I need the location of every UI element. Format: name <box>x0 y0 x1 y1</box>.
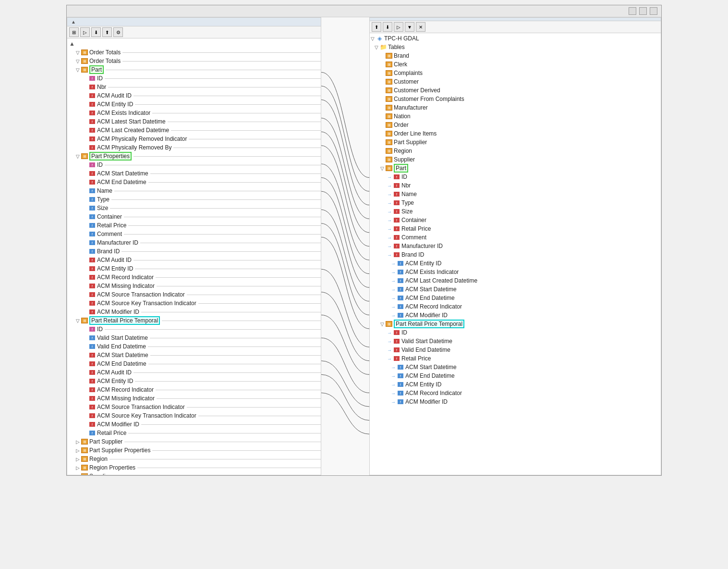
target-tree-item[interactable]: →fManufacturer ID <box>370 242 661 250</box>
close-button[interactable] <box>650 7 657 15</box>
tree-expander[interactable]: ▽ <box>75 58 81 64</box>
source-tree[interactable]: ▲▽⊞Order Totals▽⊞Order Totals▽⊞PartfIDfN… <box>67 38 321 475</box>
source-tree-item[interactable]: fACM Source Transaction Indicator <box>67 403 321 411</box>
source-tree-item[interactable]: fACM Modifier ID <box>67 308 321 316</box>
source-tree-item[interactable]: fACM Source Key Transaction Indicator <box>67 299 321 308</box>
toolbar-btn-2[interactable]: ▷ <box>80 27 90 37</box>
target-tree-item[interactable]: →fValid End Datetime <box>370 346 661 354</box>
tree-expander[interactable]: ▷ <box>75 456 81 462</box>
target-tree[interactable]: ▽◈TPC-H GDAL▽📁Tables⊞Brand⊞Clerk⊞Complai… <box>370 33 661 475</box>
target-tree-item[interactable]: ⊞Part Supplier <box>370 138 661 147</box>
target-tree-item[interactable]: →fID <box>370 173 661 181</box>
source-tree-item[interactable]: fACM End Datetime <box>67 359 321 368</box>
source-tree-item[interactable]: fACM Record Indicator <box>67 273 321 282</box>
tree-expander[interactable]: ▽ <box>75 49 81 55</box>
source-tree-item[interactable]: ▽⊞Part <box>67 65 321 74</box>
target-tree-item[interactable]: ▽⊞Part <box>370 164 661 173</box>
source-tree-item[interactable]: fContainer <box>67 212 321 221</box>
target-toolbar-btn-2[interactable]: ⬇ <box>383 22 392 32</box>
tree-expander[interactable]: ▽ <box>379 321 385 327</box>
target-tree-item[interactable]: →fACM Modifier ID <box>370 397 661 406</box>
source-tree-item[interactable]: fACM Entity ID <box>67 100 321 109</box>
target-tree-item[interactable]: →fID <box>370 328 661 337</box>
source-tree-item[interactable]: ▷⊞Part Supplier Properties <box>67 446 321 455</box>
source-tree-item[interactable]: fACM Source Key Transaction Indicator <box>67 411 321 420</box>
tree-expander[interactable]: ▷ <box>75 447 81 453</box>
tree-expander[interactable]: ▷ <box>75 473 81 475</box>
source-tree-item[interactable]: fID <box>67 161 321 169</box>
target-tree-item[interactable]: ⊞Customer <box>370 77 661 86</box>
source-tree-item[interactable]: ▽⊞Part Retail Price Temporal <box>67 316 321 325</box>
source-tree-item[interactable]: fACM Entity ID <box>67 264 321 273</box>
source-tree-item[interactable]: ▽⊞Part Properties <box>67 152 321 161</box>
minimize-button[interactable] <box>629 7 636 15</box>
source-tree-item[interactable]: fID <box>67 325 321 334</box>
source-tree-item[interactable]: fACM Record Indicator <box>67 385 321 394</box>
source-tree-item[interactable]: fType <box>67 195 321 204</box>
source-tree-item[interactable]: fACM Last Created Datetime <box>67 126 321 135</box>
target-tree-item[interactable]: →fACM End Datetime <box>370 294 661 302</box>
target-tree-item[interactable]: →fACM End Datetime <box>370 371 661 380</box>
source-tree-item[interactable]: fACM Audit ID <box>67 368 321 377</box>
source-tree-item[interactable]: ▽⊞Order Totals <box>67 48 321 57</box>
source-tree-item[interactable]: fACM Exists Indicator <box>67 109 321 117</box>
target-tree-item[interactable]: →fValid Start Datetime <box>370 337 661 346</box>
maximize-button[interactable] <box>639 7 647 15</box>
target-tree-item[interactable]: →fACM Start Datetime <box>370 285 661 294</box>
target-tree-item[interactable]: →fRetail Price <box>370 224 661 233</box>
source-tree-item[interactable]: fACM Missing Indicator <box>67 394 321 403</box>
target-tree-item[interactable]: ⊞Clerk <box>370 60 661 69</box>
source-tree-item[interactable]: fACM Modifier ID <box>67 420 321 429</box>
target-tree-item[interactable]: ⊞Complaints <box>370 69 661 77</box>
target-toolbar-btn-3[interactable]: ▷ <box>394 22 403 32</box>
target-toolbar-btn-5[interactable]: ✕ <box>416 22 425 32</box>
source-tree-item[interactable]: fID <box>67 74 321 83</box>
tree-expander[interactable]: ▷ <box>75 465 81 470</box>
target-tree-item[interactable]: →fRetail Price <box>370 354 661 363</box>
source-tree-item[interactable]: fACM End Datetime <box>67 178 321 186</box>
source-tree-item[interactable]: fValid Start Datetime <box>67 334 321 342</box>
toolbar-btn-4[interactable]: ⬆ <box>102 27 112 37</box>
target-tree-item[interactable]: →fACM Entity ID <box>370 380 661 389</box>
source-tree-item[interactable]: fACM Audit ID <box>67 91 321 100</box>
target-tree-item[interactable]: ▽⊞Part Retail Price Temporal <box>370 320 661 328</box>
target-tree-item[interactable]: ⊞Region <box>370 147 661 155</box>
source-tree-item[interactable]: fACM Missing Indicator <box>67 282 321 290</box>
source-tree-item[interactable]: fBrand ID <box>67 247 321 256</box>
source-tree-item[interactable]: fACM Start Datetime <box>67 351 321 359</box>
target-tree-item[interactable]: →fACM Start Datetime <box>370 363 661 371</box>
target-tree-item[interactable]: ⊞Customer From Complaints <box>370 95 661 103</box>
source-tree-item[interactable]: fACM Physically Removed Indicator <box>67 135 321 143</box>
tree-scroll-up[interactable]: ▲ <box>69 40 75 47</box>
source-tree-item[interactable]: fACM Audit ID <box>67 256 321 264</box>
target-tree-item[interactable]: →fACM Record Indicator <box>370 389 661 397</box>
target-tree-item[interactable]: ⊞Brand <box>370 51 661 60</box>
target-tree-item[interactable]: ⊞Nation <box>370 112 661 121</box>
target-tree-item[interactable]: →fACM Entity ID <box>370 259 661 268</box>
tree-expander[interactable]: ▽ <box>75 67 81 73</box>
source-tree-item[interactable]: fACM Start Datetime <box>67 169 321 178</box>
target-tree-item[interactable]: →fName <box>370 190 661 198</box>
target-tree-item[interactable]: →fBrand ID <box>370 250 661 259</box>
source-tree-item[interactable]: fACM Source Transaction Indicator <box>67 290 321 299</box>
toolbar-btn-1[interactable]: ⊞ <box>69 27 79 37</box>
source-tree-item[interactable]: fACM Physically Removed By <box>67 143 321 152</box>
source-tree-item[interactable]: ▷⊞Region <box>67 455 321 463</box>
toolbar-btn-5[interactable]: ⚙ <box>113 27 123 37</box>
target-tree-item[interactable]: →fComment <box>370 233 661 242</box>
source-tree-item[interactable]: fComment <box>67 230 321 238</box>
tree-expander[interactable]: ▷ <box>75 439 81 445</box>
tree-expander[interactable]: ▽ <box>75 153 81 159</box>
toolbar-btn-3[interactable]: ⬇ <box>91 27 101 37</box>
target-tree-item[interactable]: →fType <box>370 198 661 207</box>
target-tree-item[interactable]: ⊞Manufacturer <box>370 103 661 112</box>
target-tree-item[interactable]: ▽◈TPC-H GDAL <box>370 34 661 43</box>
target-tree-item[interactable]: →fACM Last Created Datetime <box>370 276 661 285</box>
target-tree-item[interactable]: ⊞Customer Derived <box>370 86 661 95</box>
target-tree-item[interactable]: ⊞Supplier <box>370 155 661 164</box>
target-tree-item[interactable]: →fNbr <box>370 181 661 190</box>
source-tree-item[interactable]: fRetail Price <box>67 429 321 437</box>
target-tree-item[interactable]: →fACM Record Indicator <box>370 302 661 311</box>
target-tree-item[interactable]: →fSize <box>370 207 661 216</box>
tree-expander[interactable]: ▽ <box>75 318 81 323</box>
